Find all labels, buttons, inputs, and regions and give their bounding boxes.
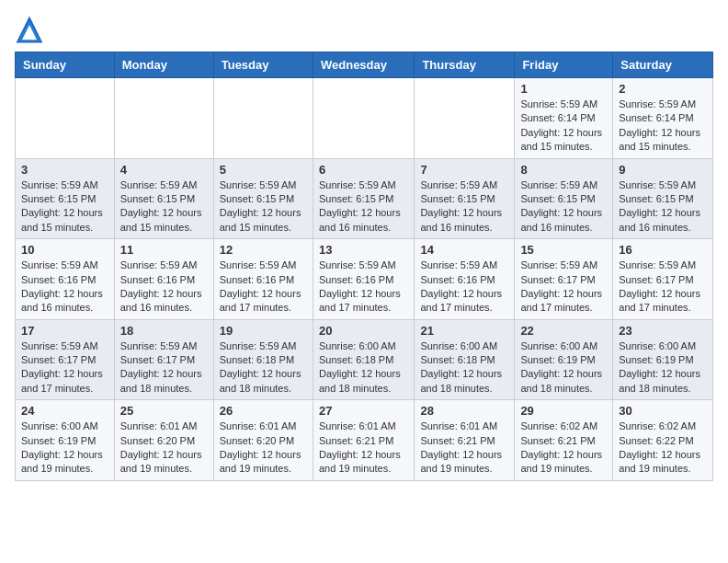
day-info: Sunrise: 5:59 AM Sunset: 6:16 PM Dayligh…: [220, 259, 307, 316]
day-number: 2: [619, 82, 707, 96]
calendar-cell: 15Sunrise: 5:59 AM Sunset: 6:17 PM Dayli…: [515, 239, 613, 320]
day-number: 28: [420, 404, 508, 418]
calendar-cell: 24Sunrise: 6:00 AM Sunset: 6:19 PM Dayli…: [16, 400, 115, 481]
calendar-cell: 17Sunrise: 5:59 AM Sunset: 6:17 PM Dayli…: [16, 319, 115, 400]
day-number: 7: [420, 163, 508, 177]
day-info: Sunrise: 5:59 AM Sunset: 6:14 PM Dayligh…: [520, 98, 607, 155]
day-number: 26: [220, 404, 307, 418]
weekday-header-tuesday: Tuesday: [213, 52, 313, 78]
calendar-cell: 5Sunrise: 5:59 AM Sunset: 6:15 PM Daylig…: [213, 158, 313, 239]
day-info: Sunrise: 6:00 AM Sunset: 6:18 PM Dayligh…: [420, 339, 508, 396]
calendar-header: SundayMondayTuesdayWednesdayThursdayFrid…: [16, 52, 713, 78]
day-number: 20: [319, 324, 408, 338]
weekday-header-thursday: Thursday: [415, 52, 515, 78]
weekday-header-friday: Friday: [515, 52, 613, 78]
day-info: Sunrise: 5:59 AM Sunset: 6:15 PM Dayligh…: [319, 178, 408, 236]
calendar-cell: 14Sunrise: 5:59 AM Sunset: 6:16 PM Dayli…: [415, 239, 515, 320]
day-info: Sunrise: 5:59 AM Sunset: 6:16 PM Dayligh…: [21, 259, 108, 316]
day-number: 29: [520, 404, 607, 418]
calendar-cell: 4Sunrise: 5:59 AM Sunset: 6:15 PM Daylig…: [114, 158, 213, 239]
day-info: Sunrise: 6:00 AM Sunset: 6:19 PM Dayligh…: [619, 339, 707, 396]
calendar-cell: 25Sunrise: 6:01 AM Sunset: 6:20 PM Dayli…: [114, 400, 213, 481]
calendar-week-row: 3Sunrise: 5:59 AM Sunset: 6:15 PM Daylig…: [16, 158, 713, 239]
day-number: 27: [319, 404, 408, 418]
day-number: 21: [420, 324, 508, 338]
calendar-table: SundayMondayTuesdayWednesdayThursdayFrid…: [15, 52, 713, 481]
day-info: Sunrise: 5:59 AM Sunset: 6:16 PM Dayligh…: [120, 259, 208, 316]
day-number: 4: [120, 163, 208, 177]
day-info: Sunrise: 5:59 AM Sunset: 6:15 PM Dayligh…: [220, 178, 307, 236]
day-info: Sunrise: 5:59 AM Sunset: 6:15 PM Dayligh…: [120, 178, 208, 236]
day-number: 10: [21, 243, 108, 257]
logo-icon: [15, 15, 44, 44]
calendar-week-row: 17Sunrise: 5:59 AM Sunset: 6:17 PM Dayli…: [16, 319, 713, 400]
calendar-cell: 27Sunrise: 6:01 AM Sunset: 6:21 PM Dayli…: [313, 400, 414, 481]
day-number: 24: [21, 404, 108, 418]
calendar-cell: 9Sunrise: 5:59 AM Sunset: 6:15 PM Daylig…: [613, 158, 713, 239]
calendar-cell: 28Sunrise: 6:01 AM Sunset: 6:21 PM Dayli…: [415, 400, 515, 481]
day-number: 11: [120, 243, 208, 257]
day-info: Sunrise: 5:59 AM Sunset: 6:18 PM Dayligh…: [220, 339, 307, 396]
calendar-cell: 11Sunrise: 5:59 AM Sunset: 6:16 PM Dayli…: [114, 239, 213, 320]
day-number: 9: [619, 163, 707, 177]
day-number: 18: [120, 324, 208, 338]
calendar-body: 1Sunrise: 5:59 AM Sunset: 6:14 PM Daylig…: [16, 78, 713, 481]
day-info: Sunrise: 5:59 AM Sunset: 6:16 PM Dayligh…: [420, 259, 508, 316]
day-info: Sunrise: 5:59 AM Sunset: 6:17 PM Dayligh…: [520, 259, 607, 316]
calendar-cell: 2Sunrise: 5:59 AM Sunset: 6:14 PM Daylig…: [613, 78, 713, 159]
day-info: Sunrise: 6:02 AM Sunset: 6:21 PM Dayligh…: [520, 419, 607, 477]
calendar-cell: [16, 78, 115, 159]
day-number: 19: [220, 324, 307, 338]
day-info: Sunrise: 6:01 AM Sunset: 6:20 PM Dayligh…: [120, 419, 208, 477]
day-number: 1: [520, 82, 607, 96]
weekday-header-wednesday: Wednesday: [313, 52, 414, 78]
calendar-week-row: 1Sunrise: 5:59 AM Sunset: 6:14 PM Daylig…: [16, 78, 713, 159]
day-info: Sunrise: 5:59 AM Sunset: 6:15 PM Dayligh…: [21, 178, 108, 236]
day-number: 15: [520, 243, 607, 257]
day-number: 6: [319, 163, 408, 177]
day-info: Sunrise: 6:00 AM Sunset: 6:19 PM Dayligh…: [21, 419, 108, 477]
day-info: Sunrise: 5:59 AM Sunset: 6:17 PM Dayligh…: [619, 259, 707, 316]
day-info: Sunrise: 5:59 AM Sunset: 6:15 PM Dayligh…: [619, 178, 707, 236]
day-number: 8: [520, 163, 607, 177]
calendar-cell: 13Sunrise: 5:59 AM Sunset: 6:16 PM Dayli…: [313, 239, 414, 320]
calendar-cell: 3Sunrise: 5:59 AM Sunset: 6:15 PM Daylig…: [16, 158, 115, 239]
calendar-cell: 7Sunrise: 5:59 AM Sunset: 6:15 PM Daylig…: [415, 158, 515, 239]
day-number: 3: [21, 163, 108, 177]
day-number: 23: [619, 324, 707, 338]
day-info: Sunrise: 5:59 AM Sunset: 6:17 PM Dayligh…: [21, 339, 108, 396]
day-number: 12: [220, 243, 307, 257]
day-info: Sunrise: 6:01 AM Sunset: 6:21 PM Dayligh…: [420, 419, 508, 477]
calendar-cell: 6Sunrise: 5:59 AM Sunset: 6:15 PM Daylig…: [313, 158, 414, 239]
weekday-header-saturday: Saturday: [613, 52, 713, 78]
day-info: Sunrise: 6:01 AM Sunset: 6:20 PM Dayligh…: [220, 419, 307, 477]
calendar-cell: [114, 78, 213, 159]
calendar-cell: 16Sunrise: 5:59 AM Sunset: 6:17 PM Dayli…: [613, 239, 713, 320]
day-info: Sunrise: 6:00 AM Sunset: 6:19 PM Dayligh…: [520, 339, 607, 396]
day-number: 5: [220, 163, 307, 177]
day-info: Sunrise: 5:59 AM Sunset: 6:17 PM Dayligh…: [120, 339, 208, 396]
calendar-cell: 21Sunrise: 6:00 AM Sunset: 6:18 PM Dayli…: [415, 319, 515, 400]
calendar-cell: 8Sunrise: 5:59 AM Sunset: 6:15 PM Daylig…: [515, 158, 613, 239]
calendar-cell: 26Sunrise: 6:01 AM Sunset: 6:20 PM Dayli…: [213, 400, 313, 481]
day-info: Sunrise: 5:59 AM Sunset: 6:14 PM Dayligh…: [619, 98, 707, 155]
calendar-cell: 22Sunrise: 6:00 AM Sunset: 6:19 PM Dayli…: [515, 319, 613, 400]
calendar-cell: 12Sunrise: 5:59 AM Sunset: 6:16 PM Dayli…: [213, 239, 313, 320]
day-number: 17: [21, 324, 108, 338]
calendar-cell: [313, 78, 414, 159]
calendar-week-row: 24Sunrise: 6:00 AM Sunset: 6:19 PM Dayli…: [16, 400, 713, 481]
calendar-cell: 1Sunrise: 5:59 AM Sunset: 6:14 PM Daylig…: [515, 78, 613, 159]
day-number: 13: [319, 243, 408, 257]
weekday-header-monday: Monday: [114, 52, 213, 78]
day-info: Sunrise: 6:00 AM Sunset: 6:18 PM Dayligh…: [319, 339, 408, 396]
day-number: 22: [520, 324, 607, 338]
day-number: 25: [120, 404, 208, 418]
calendar-week-row: 10Sunrise: 5:59 AM Sunset: 6:16 PM Dayli…: [16, 239, 713, 320]
logo: [15, 15, 48, 44]
calendar-cell: 10Sunrise: 5:59 AM Sunset: 6:16 PM Dayli…: [16, 239, 115, 320]
day-info: Sunrise: 5:59 AM Sunset: 6:15 PM Dayligh…: [520, 178, 607, 236]
day-number: 14: [420, 243, 508, 257]
calendar-cell: 20Sunrise: 6:00 AM Sunset: 6:18 PM Dayli…: [313, 319, 414, 400]
calendar-cell: 23Sunrise: 6:00 AM Sunset: 6:19 PM Dayli…: [613, 319, 713, 400]
day-info: Sunrise: 5:59 AM Sunset: 6:15 PM Dayligh…: [420, 178, 508, 236]
